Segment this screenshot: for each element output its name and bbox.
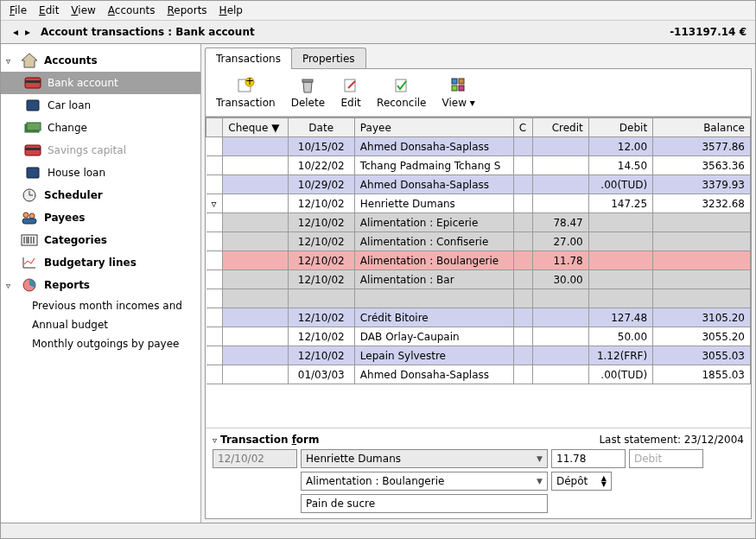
menu-file[interactable]: File <box>10 4 27 16</box>
house-icon <box>20 53 39 68</box>
toolbar-view[interactable]: View ▾ <box>438 74 478 111</box>
chevron-down-icon: ▼ <box>537 454 543 463</box>
svg-rect-29 <box>452 79 457 84</box>
grid-icon <box>448 76 469 95</box>
sidebar-item-label: Savings capital <box>48 144 126 156</box>
cash-icon <box>23 120 42 136</box>
sidebar-report-prev-month[interactable]: Previous month incomes and <box>1 296 200 315</box>
book-icon <box>23 165 42 181</box>
table-row[interactable]: 10/22/02Tchang Padmaing Tchang S14.50356… <box>206 156 751 175</box>
col-cheque[interactable]: Cheque ▼ <box>223 118 288 137</box>
table-header: Cheque ▼ Date Payee C Credit Debit Balan… <box>206 118 751 137</box>
form-payee[interactable]: Henriette Dumans▼ <box>301 449 548 468</box>
check-icon <box>391 76 412 95</box>
sidebar-budgetary[interactable]: Budgetary lines <box>1 251 200 274</box>
chevron-down-icon[interactable]: ▿ <box>6 56 15 66</box>
table-row[interactable]: 12/10/02Alimentation : Bar30.00 <box>206 270 751 289</box>
form-memo[interactable]: Pain de sucre <box>301 494 548 513</box>
col-debit[interactable]: Debit <box>588 118 652 137</box>
sidebar-reports[interactable]: ▿ Reports <box>1 274 200 296</box>
people-icon <box>20 210 39 225</box>
svg-marker-0 <box>22 54 37 67</box>
clock-icon <box>20 187 39 203</box>
book-icon <box>23 98 42 113</box>
col-handle[interactable] <box>206 118 223 137</box>
svg-rect-2 <box>25 80 41 83</box>
toolbar-delete[interactable]: Delete <box>288 74 328 111</box>
table-row[interactable]: 12/10/02Alimentation : Confiserie27.00 <box>206 232 751 251</box>
svg-rect-3 <box>27 100 39 111</box>
table-row[interactable]: 12/10/02Alimentation : Epicerie78.47 <box>206 213 751 232</box>
spinner-icon: ▲▼ <box>601 475 607 487</box>
col-c[interactable]: C <box>513 118 532 137</box>
form-category[interactable]: Alimentation : Boulangerie▼ <box>301 472 548 491</box>
sidebar-report-monthly-out[interactable]: Monthly outgoings by payee <box>1 334 200 353</box>
svg-rect-30 <box>459 79 464 84</box>
table-row[interactable]: ▿12/10/02Henriette Dumans147.253232.68 <box>206 194 751 213</box>
sidebar-item-label: Car loan <box>48 99 91 111</box>
account-balance: -113197.14 € <box>670 26 746 38</box>
table-row[interactable]: 12/10/02DAB Orlay-Caupain50.003055.20 <box>206 327 751 346</box>
menu-view[interactable]: View <box>71 4 95 16</box>
sidebar-savings[interactable]: Savings capital <box>1 139 200 162</box>
col-credit[interactable]: Credit <box>533 118 589 137</box>
chevron-down-icon[interactable]: ▿ <box>213 435 217 445</box>
toolbar-reconcile[interactable]: Reconcile <box>373 74 429 111</box>
sidebar-change[interactable]: Change <box>1 117 200 139</box>
nav-forward[interactable]: ▸ <box>22 26 34 38</box>
svg-rect-31 <box>452 86 457 91</box>
sidebar-report-annual[interactable]: Annual budget <box>1 315 200 334</box>
table-row[interactable]: 12/10/02Lepain Sylvestre1.12(FRF)3055.03 <box>206 346 751 365</box>
sidebar-bank-account[interactable]: Bank account <box>1 72 200 94</box>
chevron-down-icon[interactable]: ▿ <box>6 281 15 290</box>
sidebar-categories[interactable]: Categories <box>1 229 200 251</box>
transaction-form: ▿ Transaction form Last statement: 23/12… <box>206 428 751 518</box>
col-date[interactable]: Date <box>288 118 354 137</box>
col-payee[interactable]: Payee <box>354 118 513 137</box>
table-row[interactable]: 12/10/02Crédit Bitoire127.483105.20 <box>206 308 751 327</box>
tab-properties[interactable]: Properties <box>291 48 366 69</box>
sidebar-item-label: House loan <box>48 167 105 179</box>
svg-rect-28 <box>396 79 406 92</box>
titlebar: ◂ ▸ Account transactions : Bank account … <box>1 21 755 44</box>
toolbar-transaction[interactable]: +Transaction <box>213 74 279 111</box>
page-title: Account transactions : Bank account <box>41 26 255 38</box>
tabs: Transactions Properties <box>205 48 752 69</box>
sidebar-scheduler[interactable]: Scheduler <box>1 184 200 206</box>
table-row[interactable]: 12/10/02Alimentation : Boulangerie11.78 <box>206 251 751 270</box>
sidebar-car-loan[interactable]: Car loan <box>1 94 200 117</box>
trash-icon <box>297 76 318 95</box>
sidebar-item-label: Bank account <box>48 77 118 89</box>
chart-icon <box>20 255 39 270</box>
menu-reports[interactable]: Reports <box>168 4 207 16</box>
sidebar-accounts-label: Accounts <box>44 54 98 67</box>
table-row[interactable]: 10/29/02Ahmed Donsaha-Saplass.00(TUD)337… <box>206 175 751 194</box>
sidebar-accounts[interactable]: ▿ Accounts <box>1 49 200 72</box>
col-balance[interactable]: Balance <box>653 118 751 137</box>
form-amount[interactable]: 11.78 <box>551 449 626 468</box>
last-statement: Last statement: 23/12/2004 <box>599 434 744 446</box>
table-row[interactable]: 10/15/02Ahmed Donsaha-Saplass12.003577.8… <box>206 137 751 156</box>
form-debit[interactable]: Debit <box>629 449 703 468</box>
sidebar: ▿ Accounts Bank account Car loan Change … <box>1 44 201 523</box>
card-icon <box>23 75 42 91</box>
table-row[interactable] <box>206 289 751 308</box>
chevron-down-icon: ▼ <box>537 477 543 485</box>
toolbar-edit[interactable]: Edit <box>337 74 365 111</box>
menu-help[interactable]: Help <box>219 4 243 16</box>
sidebar-budgetary-label: Budgetary lines <box>44 257 137 269</box>
svg-rect-25 <box>302 79 313 82</box>
table-row[interactable]: 01/03/03Ahmed Donsaha-Saplass.00(TUD)185… <box>206 365 751 384</box>
menu-edit[interactable]: Edit <box>39 4 59 16</box>
nav-back[interactable]: ◂ <box>10 26 22 38</box>
menu-accounts[interactable]: Accounts <box>108 4 156 16</box>
sidebar-house-loan[interactable]: House loan <box>1 162 200 184</box>
sidebar-reports-label: Reports <box>44 279 90 291</box>
barcode-icon <box>20 232 39 248</box>
form-date: 12/10/02 <box>213 449 297 468</box>
sidebar-payees[interactable]: Payees <box>1 206 200 229</box>
transactions-grid[interactable]: Cheque ▼ Date Payee C Credit Debit Balan… <box>206 117 751 428</box>
tab-transactions[interactable]: Transactions <box>205 48 292 69</box>
svg-point-12 <box>23 212 29 218</box>
form-type[interactable]: Dépôt▲▼ <box>551 472 612 491</box>
